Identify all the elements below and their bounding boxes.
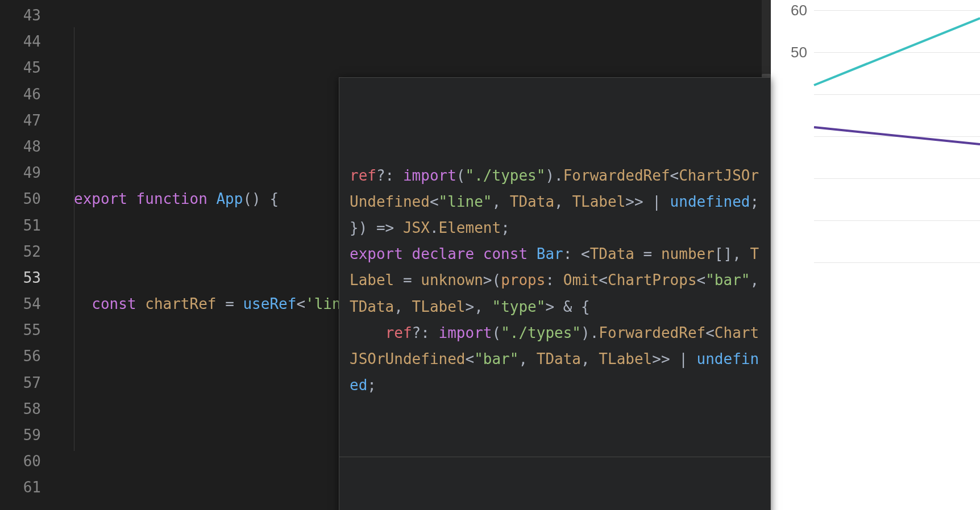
hover-divider [339, 457, 770, 457]
line-number-gutter: 43 44 45 46 47 48 49 50 51 52 53 54 55 5… [0, 0, 53, 510]
intellisense-hover[interactable]: ref?: import("./types").ForwardedRef<Cha… [339, 77, 771, 510]
line-number: 52 [0, 239, 53, 265]
line-number: 43 [0, 2, 53, 28]
code-editor[interactable]: 43 44 45 46 47 48 49 50 51 52 53 54 55 5… [0, 0, 771, 510]
line-number: 49 [0, 160, 53, 186]
line-number: 48 [0, 133, 53, 160]
y-axis-tick: 50 [791, 44, 807, 61]
line-number: 53 [0, 265, 53, 291]
line-number: 57 [0, 370, 53, 396]
hover-signature: ref?: import("./types").ForwardedRef<Cha… [339, 130, 770, 404]
line-number: 44 [0, 28, 53, 55]
line-number: 59 [0, 422, 53, 448]
line-number: 45 [0, 55, 53, 81]
line-number: 47 [0, 107, 53, 133]
line-number: 58 [0, 396, 53, 422]
line-number: 55 [0, 317, 53, 343]
viewport: 43 44 45 46 47 48 49 50 51 52 53 54 55 5… [0, 0, 980, 510]
chart-preview-panel: 60 50 [771, 0, 980, 510]
chart-svg [814, 0, 980, 510]
line-number: 50 [0, 186, 53, 212]
line-number: 54 [0, 291, 53, 317]
chart-series-teal [814, 18, 980, 85]
line-number: 51 [0, 212, 53, 239]
line-number: 56 [0, 343, 53, 369]
line-number: 46 [0, 81, 53, 107]
line-number: 60 [0, 448, 53, 474]
chart-series-purple [814, 127, 980, 144]
line-number: 61 [0, 474, 53, 500]
y-axis-tick: 60 [791, 2, 807, 19]
